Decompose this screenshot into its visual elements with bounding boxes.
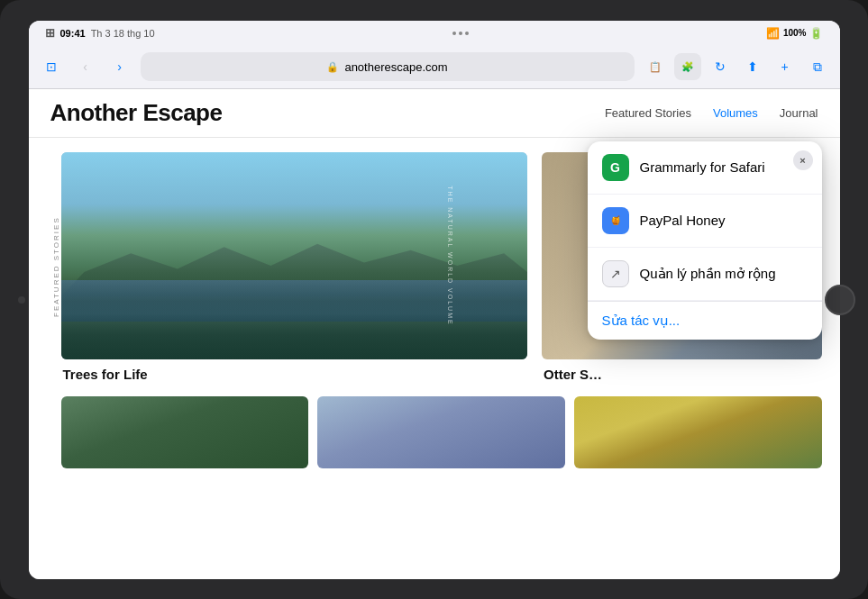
status-bar-center — [452, 32, 469, 35]
status-date: Th 3 18 thg 10 — [91, 28, 155, 39]
sidebar-toggle-button[interactable]: ⊡ — [38, 53, 65, 80]
honey-icon: 🍯 — [602, 207, 629, 234]
back-button[interactable]: ‹ — [72, 53, 99, 80]
address-bar[interactable]: 🔒 anotherescape.com — [141, 52, 635, 81]
battery-icon: 🔋 — [809, 27, 823, 40]
tabs-button[interactable]: ⧉ — [804, 53, 831, 80]
side-button[interactable] — [18, 296, 25, 304]
tabs-icon: ⧉ — [813, 59, 822, 75]
add-tab-button[interactable]: + — [772, 53, 799, 80]
manage-icon: ↗ — [602, 260, 629, 287]
address-text: anotherescape.com — [344, 60, 447, 74]
add-tab-icon: + — [781, 59, 788, 74]
extensions-icon: 🧩 — [681, 61, 694, 73]
reader-icon: 📋 — [649, 61, 662, 73]
popup-close-button[interactable]: × — [793, 150, 813, 170]
back-icon: ‹ — [83, 59, 87, 74]
popup-item-honey[interactable]: 🍯 PayPal Honey — [588, 195, 822, 248]
sidebar-icon: ⊞ — [45, 26, 55, 40]
reload-icon: ↻ — [715, 59, 726, 74]
extensions-popup: × G Grammarly for Safari 🍯 — [588, 141, 822, 340]
ipad-frame: ⊞ 09:41 Th 3 18 thg 10 📶 100% 🔋 ⊡ ‹ — [0, 0, 868, 599]
browser-toolbar: ⊡ ‹ › 🔒 anotherescape.com 📋 🧩 ↻ — [29, 46, 840, 89]
forward-button[interactable]: › — [106, 53, 133, 80]
ipad-screen: ⊞ 09:41 Th 3 18 thg 10 📶 100% 🔋 ⊡ ‹ — [29, 21, 840, 579]
status-bar-left: ⊞ 09:41 Th 3 18 thg 10 — [45, 26, 155, 40]
reload-button[interactable]: ↻ — [707, 53, 734, 80]
toolbar-right-buttons: 📋 🧩 ↻ ⬆ + ⧉ — [642, 53, 831, 80]
grammarly-icon: G — [602, 154, 629, 181]
status-bar: ⊞ 09:41 Th 3 18 thg 10 📶 100% 🔋 — [29, 21, 840, 46]
battery-text: 100% — [783, 28, 807, 38]
popup-item-grammarly[interactable]: G Grammarly for Safari — [588, 141, 822, 195]
grammarly-label: Grammarly for Safari — [640, 159, 808, 175]
sidebar-toggle-icon: ⊡ — [46, 59, 57, 74]
popup-overlay: × G Grammarly for Safari 🍯 — [29, 89, 840, 579]
wifi-icon: 📶 — [766, 27, 780, 40]
manage-label: Quản lý phần mở rộng — [640, 266, 808, 282]
popup-close-icon: × — [799, 155, 805, 166]
forward-icon: › — [117, 59, 122, 74]
extensions-button[interactable]: 🧩 — [674, 53, 701, 80]
status-time: 09:41 — [60, 28, 86, 39]
browser-content: Another Escape Featured Stories Volumes … — [29, 89, 840, 579]
honey-label: PayPal Honey — [640, 213, 808, 228]
lock-icon: 🔒 — [326, 61, 339, 73]
reader-button[interactable]: 📋 — [642, 53, 669, 80]
popup-item-manage[interactable]: ↗ Quản lý phần mở rộng — [588, 248, 822, 301]
action-link-text[interactable]: Sửa tác vụ... — [602, 313, 681, 328]
manage-icon-text: ↗ — [610, 267, 621, 281]
popup-action-link[interactable]: Sửa tác vụ... — [588, 301, 822, 340]
status-bar-right: 📶 100% 🔋 — [766, 27, 824, 40]
honey-icon-text: 🍯 — [610, 215, 621, 225]
share-icon: ⬆ — [747, 59, 758, 74]
share-button[interactable]: ⬆ — [739, 53, 766, 80]
